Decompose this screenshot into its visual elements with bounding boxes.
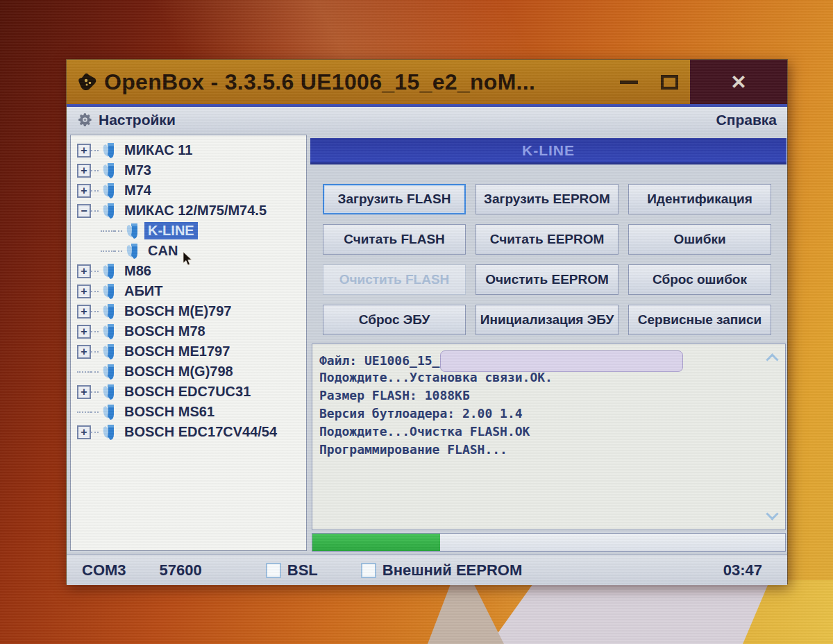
tree-connector [91,432,99,433]
log-line: Файл: UE1006_15_ [319,350,762,368]
ecu-icon [125,222,141,240]
expand-toggle-icon[interactable]: + [77,345,91,359]
expand-toggle-icon[interactable]: + [77,385,91,399]
expand-toggle-icon[interactable]: + [77,184,91,198]
tree-item-bosch-edc17cv44-54[interactable]: +BOSCH EDC17CV44/54 [71,422,306,442]
ecu-icon [125,242,141,260]
ecu-icon [101,403,117,421]
scroll-down-icon[interactable] [766,507,778,520]
log-line: Подождите...Установка связи.ОК. [319,368,762,387]
bsl-label: BSL [287,561,318,579]
wallpaper-shape [428,580,504,644]
expand-toggle-icon[interactable]: + [77,264,91,278]
tree-item-label: BOSCH ME1797 [121,343,233,360]
tree-item-bosch-edc7uc31[interactable]: +BOSCH EDC7UC31 [71,382,306,402]
tree-item-bosch-m78[interactable]: +BOSCH M78 [71,321,306,341]
button-сброс-эбу[interactable]: Сброс ЭБУ [323,305,466,335]
com-port-value: COM3 [82,561,126,579]
expand-toggle-icon[interactable]: + [77,285,91,298]
progress-fill [312,534,440,551]
button-очистить-eeprom[interactable]: Очистить EEPROM [476,264,619,295]
tree-connector [91,311,99,312]
tree-item-абит[interactable]: +АБИТ [71,281,306,301]
button-загрузить-flash[interactable]: Загрузить FLASH [323,184,466,214]
bsl-checkbox-group: BSL [266,561,318,579]
tree-connector [91,391,99,393]
log-text: Подождите...Очистка FLASH.ОК [319,424,530,439]
tree-item-bosch-m-g-798[interactable]: BOSCH M(G)798 [71,362,306,382]
window-title: OpenBox - 3.3.5.6 UE1006_15_e2_noM... [104,69,609,95]
ecu-icon [101,303,117,321]
menu-settings-label: Настройки [99,112,176,128]
button-ошибки[interactable]: Ошибки [628,224,771,255]
ecu-icon [101,262,117,280]
tree-item-label: МИКАС 12/М75/М74.5 [121,202,270,219]
tree-item-label: BOSCH MS61 [121,403,218,421]
tree-item-микас-11[interactable]: +МИКАС 11 [71,140,306,160]
tree-item-bosch-m-e-797[interactable]: +BOSCH M(E)797 [71,301,306,321]
titlebar[interactable]: OpenBox - 3.3.5.6 UE1006_15_e2_noM... ✕ [67,60,787,104]
kline-panel: K-LINE Загрузить FLASHЗагрузить EEPROMИд… [310,133,786,554]
bsl-checkbox[interactable] [266,563,281,578]
external-eeprom-label: Внешний EEPROM [382,561,523,579]
tree-item-label: BOSCH EDC17CV44/54 [121,423,280,441]
button-считать-eeprom[interactable]: Считать EEPROM [476,224,619,255]
ecu-icon [101,142,117,160]
button-инициализация-эбу[interactable]: Инициализация ЭБУ [476,305,619,335]
maximize-button[interactable] [648,60,690,104]
panel-header: K-LINE [310,138,786,164]
tree-connector [91,190,99,192]
tree-connector [91,351,99,353]
log-text: Размер FLASH: 1088КБ [319,388,470,402]
menu-help-label: Справка [716,112,777,128]
close-button[interactable]: ✕ [690,60,787,104]
tree-item-label: МИКАС 11 [121,142,196,159]
tree-item-k-line[interactable]: K-LINE [71,221,306,241]
tree-item-label: М73 [121,162,155,179]
client-area: +МИКАС 11+М73+М74−МИКАС 12/М75/М74.5K-LI… [67,133,787,554]
tree-item-label: K-LINE [144,222,198,239]
expand-toggle-icon[interactable]: + [77,325,91,339]
statusbar: COM3 57600 BSL Внешний EEPROM 03:47 [67,554,787,585]
collapse-toggle-icon[interactable]: − [77,204,91,218]
tree-item-м86[interactable]: +М86 [71,261,306,281]
tree-connector [91,210,99,212]
status-time: 03:47 [723,561,762,579]
tree-item-can[interactable]: CAN [71,241,306,261]
log-line: Программирование FLASH... [319,441,762,459]
tree-item-bosch-me1797[interactable]: +BOSCH ME1797 [71,341,306,362]
app-icon [76,72,98,92]
tree-item-микас-12-м75-м74-5[interactable]: −МИКАС 12/М75/М74.5 [71,201,306,221]
tree-connector [91,371,99,373]
ecu-icon [101,202,117,220]
button-сброс-ошибок[interactable]: Сброс ошибок [628,264,771,295]
button-считать-flash[interactable]: Считать FLASH [323,224,466,255]
external-eeprom-checkbox[interactable] [361,563,376,578]
ecu-tree: +МИКАС 11+М73+М74−МИКАС 12/М75/М74.5K-LI… [70,135,307,551]
gear-icon [77,112,93,128]
log-line: Размер FLASH: 1088КБ [319,387,762,405]
tree-item-label: BOSCH M(E)797 [121,303,235,320]
tree-item-label: АБИТ [121,282,166,300]
menu-settings[interactable]: Настройки [77,112,176,128]
ecu-icon [101,343,117,361]
button-идентификация[interactable]: Идентификация [628,184,771,214]
log-line: Подождите...Очистка FLASH.ОК [319,423,762,441]
tree-item-bosch-ms61[interactable]: BOSCH MS61 [71,402,306,422]
tree-item-м73[interactable]: +М73 [71,160,306,180]
log-text: Файл: UE1006_15_ [319,353,439,368]
expand-toggle-icon[interactable]: + [77,305,91,319]
tree-connector [91,331,99,332]
ecu-icon [101,182,117,200]
scroll-up-icon[interactable] [766,353,778,366]
expand-toggle-icon[interactable]: + [77,425,91,439]
button-загрузить-eeprom[interactable]: Загрузить EEPROM [476,184,619,214]
button-очистить-flash: Очистить FLASH [323,264,466,295]
menu-help[interactable]: Справка [716,112,777,128]
tree-item-м74[interactable]: +М74 [71,180,306,201]
expand-toggle-icon[interactable]: + [77,164,91,178]
button-сервисные-записи[interactable]: Сервисные записи [628,305,771,335]
expand-toggle-icon[interactable]: + [77,144,91,158]
log-text: Программирование FLASH... [319,442,507,457]
minimize-button[interactable] [609,60,648,104]
